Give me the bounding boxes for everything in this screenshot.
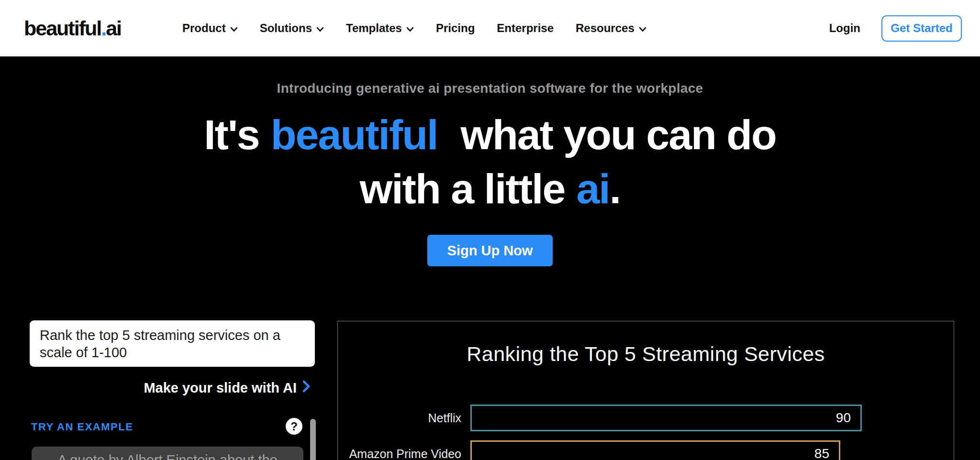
hero-section: Introducing generative ai presentation s… (0, 56, 980, 266)
nav-item-resources[interactable]: Resources (576, 22, 646, 35)
chevron-right-icon (301, 380, 311, 396)
bar-amazon-prime-video: 85 (470, 440, 840, 460)
nav-item-label: Templates (346, 22, 402, 35)
help-icon[interactable]: ? (286, 418, 302, 435)
sign-up-now-button[interactable]: Sign Up Now (427, 235, 553, 266)
nav-item-label: Resources (576, 22, 635, 35)
slide-preview-card: Ranking the Top 5 Streaming Services Net… (337, 321, 954, 460)
logo-dot: . (101, 17, 106, 40)
bar-value: 90 (836, 410, 851, 426)
prompt-input[interactable]: Rank the top 5 streaming services on a s… (30, 320, 315, 367)
bar-value: 85 (814, 446, 829, 460)
nav-item-label: Solutions (260, 22, 312, 35)
hero-eyebrow: Introducing generative ai presentation s… (0, 81, 980, 96)
logo-main-text: beautiful (24, 17, 101, 40)
nav-item-label: Product (182, 22, 226, 35)
bar-row-netflix: Netflix 90 (338, 405, 954, 431)
brand-logo[interactable]: beautiful.ai (24, 17, 121, 40)
nav-item-label: Pricing (436, 22, 475, 35)
bar-row-amazon-prime-video: Amazon Prime Video 85 (338, 440, 954, 460)
example-prompt-item[interactable]: A quote by Albert Einstein about the uni… (32, 447, 303, 460)
top-navbar: beautiful.ai Product Solutions Templates… (0, 0, 980, 56)
nav-item-label: Enterprise (497, 22, 554, 35)
headline-highlight-ai: ai (576, 165, 609, 212)
make-slide-label: Make your slide with AI (144, 380, 297, 396)
login-link[interactable]: Login (829, 22, 860, 35)
logo-suffix-text: ai (106, 17, 121, 40)
navbar-right-group: Login Get Started (829, 15, 962, 42)
main-nav: Product Solutions Templates Pricing Ente… (182, 22, 646, 35)
ai-prompt-panel: Rank the top 5 streaming services on a s… (30, 320, 315, 460)
chevron-down-icon (639, 22, 646, 35)
bar-label: Netflix (338, 411, 461, 425)
chevron-down-icon (230, 22, 238, 35)
nav-item-solutions[interactable]: Solutions (260, 22, 324, 35)
chevron-down-icon (406, 22, 414, 35)
hero-headline: It'sbeautifulwhat you can do with a litt… (0, 108, 980, 216)
headline-text: what you can do (460, 111, 776, 158)
chevron-down-icon (316, 22, 324, 35)
nav-item-templates[interactable]: Templates (346, 22, 414, 35)
slide-title: Ranking the Top 5 Streaming Services (338, 342, 954, 366)
bar-label: Amazon Prime Video (338, 447, 461, 460)
headline-text: It's (204, 111, 259, 158)
examples-scrollbar[interactable] (310, 419, 316, 460)
headline-highlight-beautiful: beautiful (271, 111, 438, 158)
headline-text: with a little (360, 165, 565, 212)
beautiful-ai-landing-page: beautiful.ai Product Solutions Templates… (0, 0, 980, 460)
nav-item-enterprise[interactable]: Enterprise (497, 22, 554, 35)
nav-item-product[interactable]: Product (182, 22, 238, 35)
get-started-button[interactable]: Get Started (881, 15, 962, 42)
try-an-example-label: TRY AN EXAMPLE (31, 421, 133, 433)
make-slide-button[interactable]: Make your slide with AI (144, 380, 311, 396)
bar-netflix: 90 (470, 405, 862, 431)
nav-item-pricing[interactable]: Pricing (436, 22, 475, 35)
headline-period: . (610, 165, 620, 212)
